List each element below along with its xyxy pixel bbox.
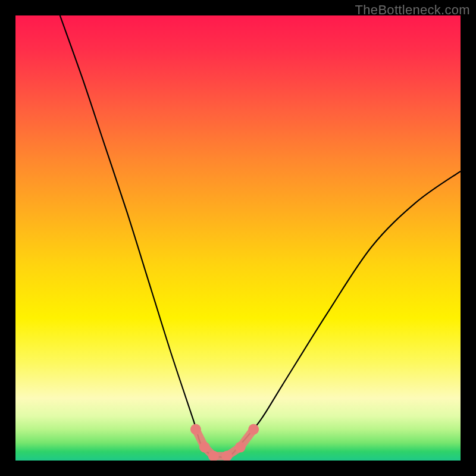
right-outlier-dot	[248, 424, 259, 435]
right-cluster-dot-1	[235, 442, 246, 453]
watermark-text: TheBottleneck.com	[355, 2, 470, 18]
plot-area	[15, 15, 461, 461]
bottleneck-curve-svg	[15, 15, 461, 461]
chart-frame: TheBottleneck.com	[0, 0, 476, 476]
left-cluster-dot-2	[199, 442, 210, 453]
bottleneck-curve-path	[60, 15, 461, 457]
left-cluster-dot-1	[190, 424, 201, 435]
marker-layer	[190, 424, 259, 461]
